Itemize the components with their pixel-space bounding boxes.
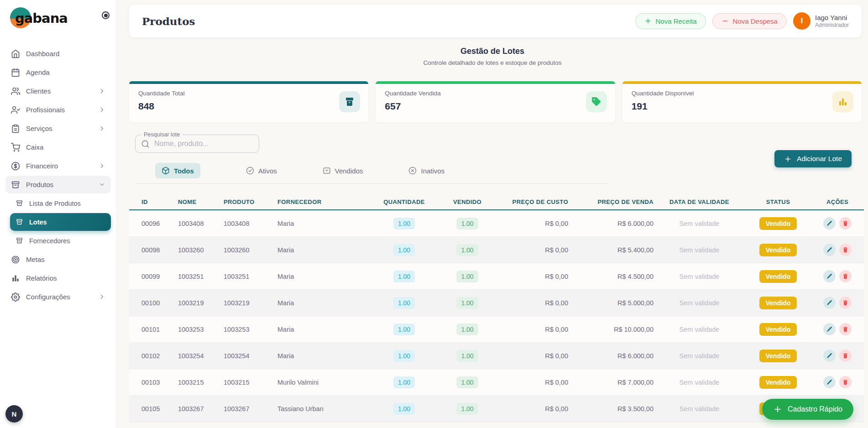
quantidade-badge: 1.00 [393,376,415,388]
edit-button[interactable] [823,244,836,256]
table-row[interactable]: 00099 1003251 1003251 Maria 1.00 1.00 R$… [129,263,864,290]
cell-id: 00098 [141,246,178,254]
edit-button[interactable] [823,297,836,309]
edit-button[interactable] [823,217,836,230]
box-icon [16,237,23,245]
table-header-row: ID NOME PRODUTO FORNECEDOR QUANTIDADE VE… [129,194,864,210]
cell-preco-venda: R$ 6.000,00 [573,220,657,227]
cell-preco-venda: R$ 3.500,00 [573,405,657,412]
tab-label: Ativos [258,167,277,175]
quantidade-badge: 1.00 [393,324,415,335]
cadastro-rapido-button[interactable]: Cadastro Rápido [762,399,853,420]
app-logo[interactable]: gabana [10,7,83,29]
delete-button[interactable] [839,270,852,282]
sidebar-nav: Dashboard Agenda Clientes Profissionais … [0,44,116,307]
table-body: 00096 1003408 1003408 Maria 1.00 1.00 R$… [129,210,864,422]
sidebar-collapse-toggle-icon[interactable] [102,11,110,19]
delete-button[interactable] [839,376,852,388]
cell-preco-venda: R$ 6.000,00 [573,352,657,360]
sidebar-item-agenda[interactable]: Agenda [5,63,111,81]
sidebar-item-clientes[interactable]: Clientes [5,82,111,100]
sidebar-item-financeiro[interactable]: Financeiro [5,157,111,175]
sidebar-item-profissionais[interactable]: Profissionais [5,101,111,119]
sidebar-item-produtos[interactable]: Produtos [5,176,111,193]
cell-validade: Sem validade [657,299,742,307]
sidebar-item-lista-de-produtos[interactable]: Lista de Produtos [10,194,111,212]
delete-button[interactable] [839,297,852,309]
sidebar-item-label: Clientes [26,87,51,95]
stat-card-quantidade-total: Quantidade Total 848 [129,81,368,122]
chevron-right-icon [99,162,105,169]
edit-button[interactable] [823,376,836,388]
delete-button[interactable] [839,244,852,256]
status-badge: Vendido [759,350,797,362]
cell-nome: 1003251 [178,273,224,280]
user-menu[interactable]: I Iago Yanni Administrador [793,12,849,30]
sidebar-item-lotes[interactable]: Lotes [10,213,111,231]
sidebar-item-label: Metas [26,256,45,263]
status-badge: Vendido [759,376,797,389]
tab-inativos[interactable]: Inativos [408,163,444,178]
search-input[interactable] [154,140,246,148]
quantidade-badge: 1.00 [393,297,415,309]
sidebar-item-metas[interactable]: Metas [5,251,111,268]
delete-button[interactable] [839,217,852,230]
cell-fornecedor: Maria [277,299,371,307]
cell-produto: 1003253 [224,326,277,333]
delete-button[interactable] [839,323,852,335]
gear-icon [11,292,20,302]
shopping-cart-icon [11,143,20,152]
tab-label: Vendidos [335,167,363,175]
edit-button[interactable] [823,270,836,282]
sidebar-item-servicos[interactable]: Serviços [5,120,111,137]
pencil-icon [826,300,832,306]
table-row[interactable]: 00103 1003215 1003215 Murilo Valmini 1.0… [129,369,864,396]
cell-preco-custo: R$ 0,00 [497,273,573,280]
tab-vendidos[interactable]: Vendidos [323,163,363,178]
tab-ativos[interactable]: Ativos [246,163,277,178]
cell-id: 00101 [141,326,178,333]
cell-preco-custo: R$ 0,00 [497,352,573,360]
plus-icon [784,155,792,163]
sidebar-item-configuracoes[interactable]: Configurações [5,288,111,306]
cell-fornecedor: Murilo Valmini [277,379,371,386]
target-icon [11,255,20,264]
sidebar: gabana Dashboard Agenda Clientes Profiss… [0,0,117,428]
cell-produto: 1003251 [224,273,277,280]
table-row[interactable]: 00098 1003260 1003260 Maria 1.00 1.00 R$… [129,237,864,263]
cadastro-rapido-label: Cadastro Rápido [788,405,842,413]
table-row[interactable]: 00105 1003267 1003267 Tassiano Urban 1.0… [129,396,864,422]
adicionar-lote-button[interactable]: Adicionar Lote [774,150,852,167]
col-header-vendido: VENDIDO [437,198,497,205]
sidebar-item-relatorios[interactable]: Relatórios [5,269,111,287]
edit-button[interactable] [823,350,836,362]
sidebar-item-caixa[interactable]: Caixa [5,138,111,156]
package-icon [162,167,170,175]
table-row[interactable]: 00101 1003253 1003253 Maria 1.00 1.00 R$… [129,316,864,343]
sidebar-item-fornecedores[interactable]: Fornecedores [10,232,111,250]
box-icon [16,199,23,207]
cell-id: 00096 [141,220,178,227]
nova-despesa-button[interactable]: Nova Despesa [712,13,787,29]
table-row[interactable]: 00096 1003408 1003408 Maria 1.00 1.00 R$… [129,210,864,237]
vendido-badge: 1.00 [456,376,478,388]
table-row[interactable]: 00102 1003254 1003254 Maria 1.00 1.00 R$… [129,343,864,369]
vendido-badge: 1.00 [456,350,478,362]
nova-receita-button[interactable]: Nova Receita [635,13,706,29]
cell-preco-custo: R$ 0,00 [497,379,573,386]
edit-button[interactable] [823,323,836,335]
col-header-validade: DATA DE VALIDADE [657,198,742,205]
search-lote-field[interactable]: Pesquisar lote [135,135,259,153]
cell-preco-custo: R$ 0,00 [497,405,573,412]
status-badge: Vendido [759,297,797,309]
notification-avatar[interactable]: N [5,405,23,423]
search-icon [141,140,150,148]
cell-produto: 1003260 [224,246,277,254]
delete-button[interactable] [839,350,852,362]
table-row[interactable]: 00100 1003219 1003219 Maria 1.00 1.00 R$… [129,290,864,316]
col-header-nome: NOME [178,198,224,205]
tab-todos[interactable]: Todos [155,163,200,178]
sidebar-item-dashboard[interactable]: Dashboard [5,45,111,63]
stats-row: Quantidade Total 848 Quantidade Vendida … [129,81,862,122]
dollar-circle-icon [11,162,20,171]
